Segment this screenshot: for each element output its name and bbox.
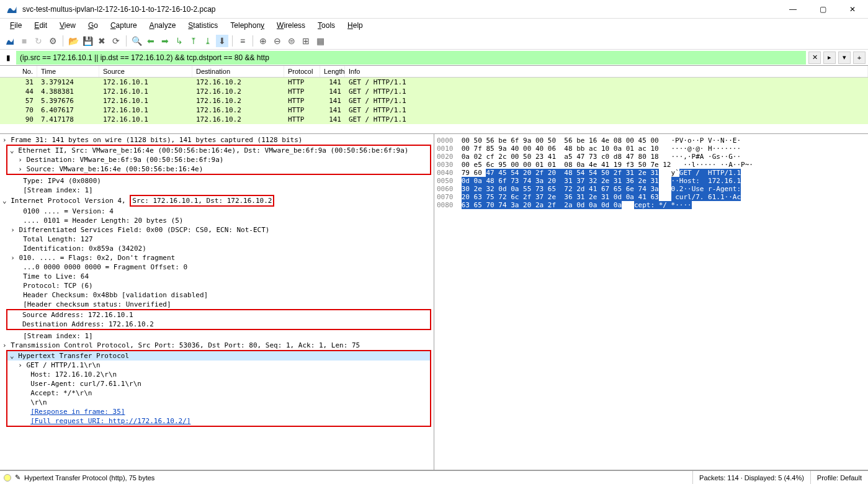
zoom-in-icon[interactable]: ⊕ xyxy=(257,35,269,47)
maximize-button[interactable]: ▢ xyxy=(813,5,832,14)
ip-checksum: Header Checksum: 0x48bb [validation disa… xyxy=(23,291,208,299)
stop-capture-icon[interactable]: ■ xyxy=(18,35,30,47)
open-file-icon[interactable]: 📂 xyxy=(67,35,79,47)
reload-icon[interactable]: ⟳ xyxy=(110,35,122,47)
column-protocol[interactable]: Protocol xyxy=(284,66,320,77)
zoom-out-icon[interactable]: ⊖ xyxy=(271,35,284,47)
menu-file[interactable]: File xyxy=(5,20,27,31)
eth-stream: [Stream index: 1] xyxy=(23,186,93,194)
layout-icon[interactable]: ▦ xyxy=(314,35,326,47)
capture-comment-icon[interactable]: ✎ xyxy=(15,473,20,482)
display-filter-input[interactable] xyxy=(16,51,806,65)
column-length[interactable]: Length xyxy=(320,66,345,77)
packet-row[interactable]: 313.379124172.16.10.1172.16.10.2HTTP141G… xyxy=(0,78,868,87)
close-button[interactable]: ✕ xyxy=(843,5,862,14)
menu-go[interactable]: Go xyxy=(83,20,103,31)
ip-source-address: Source Address: 172.16.10.1 xyxy=(22,311,133,319)
hex-row: 0020 0a 02 cf 2c 00 50 23 41 a5 47 73 c0… xyxy=(437,153,866,161)
expert-info-icon[interactable] xyxy=(4,474,11,482)
titlebar: svc-test-multus-ipvlan-l2-172-16-10-1-to… xyxy=(0,0,868,19)
filter-history-button[interactable]: ▾ xyxy=(838,52,851,64)
expand-icon[interactable]: › xyxy=(11,226,15,234)
column-source[interactable]: Source xyxy=(99,66,192,77)
ip-flags: 010. .... = Flags: 0x2, Don't fragment xyxy=(19,254,176,262)
expand-icon[interactable]: › xyxy=(18,165,22,173)
status-packet-count: Packets: 114 · Displayed: 5 (4.4%) xyxy=(692,471,810,484)
close-file-icon[interactable]: ✖ xyxy=(96,35,108,47)
http-header: Hypertext Transfer Protocol xyxy=(18,352,129,360)
column-info[interactable]: Info xyxy=(345,66,868,77)
ip-version: 0100 .... = Version: 4 xyxy=(23,207,114,215)
auto-scroll-icon[interactable]: ⬇ xyxy=(216,35,228,47)
http-accept: Accept: */*\r\n xyxy=(30,389,92,397)
packet-row[interactable]: 706.407617172.16.10.1172.16.10.2HTTP141G… xyxy=(0,105,868,115)
restart-capture-icon[interactable]: ↻ xyxy=(32,35,45,47)
expand-icon[interactable]: › xyxy=(11,254,15,262)
column-destination[interactable]: Destination xyxy=(192,66,284,77)
menu-capture[interactable]: Capture xyxy=(105,20,142,31)
find-icon[interactable]: 🔍 xyxy=(130,35,143,47)
go-to-packet-icon[interactable]: ↳ xyxy=(173,35,186,47)
go-last-icon[interactable]: ⤓ xyxy=(202,35,214,47)
go-back-icon[interactable]: ⬅ xyxy=(145,35,157,47)
http-request-uri-link[interactable]: [Full request URI: http://172.16.10.2/] xyxy=(30,417,190,425)
packet-bytes[interactable]: 0000 00 50 56 be 6f 9a 00 50 56 be 16 4e… xyxy=(434,134,868,470)
capture-options-icon[interactable]: ⚙ xyxy=(47,35,59,47)
menu-statistics[interactable]: Statistics xyxy=(183,20,223,31)
menu-wireless[interactable]: Wireless xyxy=(272,20,310,31)
ethernet-header: Ethernet II, Src: VMware_be:16:4e (00:50… xyxy=(18,146,408,155)
expand-icon[interactable]: ⌄ xyxy=(10,352,14,360)
clear-filter-button[interactable]: ✕ xyxy=(808,52,821,64)
ip-dest-address: Destination Address: 172.16.10.2 xyxy=(22,320,154,328)
ip-dsf: Differentiated Services Field: 0x00 (DSC… xyxy=(19,226,270,234)
apply-filter-button[interactable]: ▸ xyxy=(823,52,836,64)
bookmark-filter-icon[interactable]: ▮ xyxy=(2,52,14,63)
ip-fragment: ...0 0000 0000 0000 = Fragment Offset: 0 xyxy=(23,263,187,271)
save-file-icon[interactable]: 💾 xyxy=(81,35,94,47)
expand-icon[interactable]: › xyxy=(2,136,7,144)
menu-view[interactable]: View xyxy=(55,20,81,31)
packet-details[interactable]: › Frame 31: 141 bytes on wire (1128 bits… xyxy=(0,134,434,470)
eth-dst: Destination: VMware_be:6f:9a (00:50:56:b… xyxy=(27,156,224,164)
column-time[interactable]: Time xyxy=(37,66,99,77)
hex-row: 0040 79 60 47 45 54 20 2f 20 48 54 54 50… xyxy=(437,169,866,177)
ip-total-length: Total Length: 127 xyxy=(23,235,93,243)
frame-summary: Frame 31: 141 bytes on wire (1128 bits),… xyxy=(11,136,302,144)
expand-icon[interactable]: › xyxy=(2,341,7,349)
column-no[interactable]: No. xyxy=(0,66,37,77)
hex-row: 0060 30 2e 32 0d 0a 55 73 65 72 2d 41 67… xyxy=(437,185,866,193)
menu-help[interactable]: Help xyxy=(342,20,368,31)
expand-icon[interactable]: › xyxy=(18,156,22,164)
menu-analyze[interactable]: Analyze xyxy=(145,20,181,31)
colorize-icon[interactable]: ≡ xyxy=(236,35,249,47)
go-forward-icon[interactable]: ➡ xyxy=(159,35,171,47)
zoom-reset-icon[interactable]: ⊜ xyxy=(285,35,298,47)
minimize-button[interactable]: — xyxy=(784,5,802,14)
expand-icon[interactable]: ⌄ xyxy=(10,146,14,155)
hex-row: 0030 00 e5 6c 95 00 00 01 01 08 0a 4e 41… xyxy=(437,161,866,169)
window-title: svc-test-multus-ipvlan-l2-172-16-10-1-to… xyxy=(22,5,784,14)
http-get: GET / HTTP/1.1\r\n xyxy=(27,361,101,369)
packet-row[interactable]: 444.388381172.16.10.1172.16.10.2HTTP141G… xyxy=(0,87,868,96)
ip-protocol: Protocol: TCP (6) xyxy=(23,282,93,290)
expand-icon[interactable]: ⌄ xyxy=(2,197,7,205)
http-response-link[interactable]: [Response in frame: 35] xyxy=(30,408,125,416)
expand-icon[interactable]: › xyxy=(18,361,22,369)
menu-tools[interactable]: Tools xyxy=(313,20,340,31)
status-profile[interactable]: Profile: Default xyxy=(810,471,868,484)
eth-type: Type: IPv4 (0x0800) xyxy=(23,177,101,185)
menubar: File Edit View Go Capture Analyze Statis… xyxy=(0,19,868,32)
resize-columns-icon[interactable]: ⊞ xyxy=(300,35,312,47)
http-crlf: \r\n xyxy=(30,398,47,406)
add-filter-button[interactable]: + xyxy=(853,52,866,64)
packet-row[interactable]: 575.397676172.16.10.1172.16.10.2HTTP141G… xyxy=(0,96,868,105)
start-capture-icon[interactable] xyxy=(4,35,16,47)
menu-telephony[interactable]: Telephony xyxy=(225,20,269,31)
packet-row[interactable]: 907.417178172.16.10.1172.16.10.2HTTP141G… xyxy=(0,115,868,124)
menu-edit[interactable]: Edit xyxy=(29,20,52,31)
eth-src: Source: VMware_be:16:4e (00:50:56:be:16:… xyxy=(27,165,204,173)
hex-row: 0010 00 7f 85 9a 40 00 40 06 48 bb ac 10… xyxy=(437,145,866,153)
packet-list-header: No. Time Source Destination Protocol Len… xyxy=(0,66,868,78)
packet-list[interactable]: No. Time Source Destination Protocol Len… xyxy=(0,66,868,134)
go-first-icon[interactable]: ⤒ xyxy=(187,35,200,47)
